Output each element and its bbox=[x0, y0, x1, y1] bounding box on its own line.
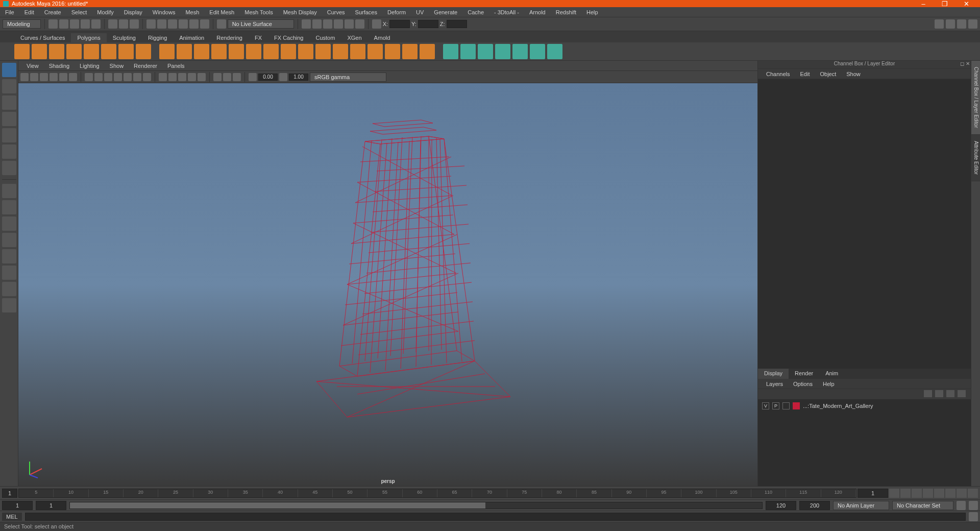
step-fwd-button[interactable] bbox=[945, 489, 955, 498]
menu-modify[interactable]: Modify bbox=[92, 9, 118, 15]
grid-icon[interactable] bbox=[85, 73, 93, 81]
shelf-tab-fxcaching[interactable]: FX Caching bbox=[268, 33, 309, 42]
cmd-language-label[interactable]: MEL bbox=[2, 513, 22, 521]
anim-layer-dropdown[interactable]: No Anim Layer bbox=[833, 501, 889, 510]
poly-multicut-icon[interactable] bbox=[350, 44, 365, 59]
layer-up-icon[interactable] bbox=[924, 390, 932, 397]
prefs-icon[interactable] bbox=[969, 501, 978, 510]
layer-playback-toggle[interactable]: P bbox=[772, 402, 779, 409]
snap-grid-icon[interactable] bbox=[146, 19, 156, 29]
layout-single-icon[interactable] bbox=[2, 184, 16, 198]
layout-two-v-icon[interactable] bbox=[2, 233, 16, 247]
range-start[interactable]: 1 bbox=[2, 501, 33, 510]
goto-end-button[interactable] bbox=[968, 489, 978, 498]
snap-curve-icon[interactable] bbox=[157, 19, 166, 29]
render-icon[interactable] bbox=[312, 19, 322, 29]
lasso-tool[interactable] bbox=[2, 79, 16, 93]
menu-curves[interactable]: Curves bbox=[322, 9, 350, 15]
layout-four-icon[interactable] bbox=[2, 200, 16, 214]
redo-icon[interactable] bbox=[91, 19, 101, 29]
time-current[interactable]: 1 bbox=[857, 489, 888, 498]
paint-tool[interactable] bbox=[2, 95, 16, 110]
coord-x-field[interactable] bbox=[389, 20, 410, 28]
play-fwd-button[interactable] bbox=[934, 489, 944, 498]
poly-torus-icon[interactable] bbox=[101, 44, 116, 59]
exposure-icon[interactable] bbox=[249, 73, 257, 81]
sculpt-7-icon[interactable] bbox=[547, 44, 562, 59]
side-tab-channel[interactable]: Channel Box / Layer Editor bbox=[971, 61, 980, 135]
poly-reduce-icon[interactable] bbox=[211, 44, 227, 59]
play-back-button[interactable] bbox=[923, 489, 933, 498]
live-surface-dropdown[interactable]: No Live Surface bbox=[228, 19, 294, 29]
panel-show[interactable]: Show bbox=[105, 63, 129, 69]
menu-edit-mesh[interactable]: Edit Mesh bbox=[204, 9, 239, 15]
channels-menu[interactable]: Channels bbox=[761, 71, 795, 77]
layer-down-icon[interactable] bbox=[935, 390, 943, 397]
layout-persp-icon[interactable] bbox=[2, 266, 16, 280]
film-gate-icon[interactable] bbox=[94, 73, 103, 81]
save-scene-icon[interactable] bbox=[70, 19, 79, 29]
time-track[interactable]: 5101520253035404550556065707580859095100… bbox=[18, 489, 856, 498]
shelf-tab-animation[interactable]: Animation bbox=[173, 33, 210, 42]
layer-type-toggle[interactable] bbox=[782, 402, 790, 409]
menu-display[interactable]: Display bbox=[119, 9, 148, 15]
goto-start-button[interactable] bbox=[889, 489, 899, 498]
hypershade-icon[interactable] bbox=[345, 19, 354, 29]
menu-mesh-tools[interactable]: Mesh Tools bbox=[239, 9, 278, 15]
toggle-tool-icon[interactable] bbox=[946, 19, 955, 29]
poly-smooth-icon[interactable] bbox=[194, 44, 209, 59]
menu-create[interactable]: Create bbox=[39, 9, 66, 15]
layer-name[interactable]: ...:Tate_Modern_Art_Gallery bbox=[803, 403, 873, 409]
poly-collapse-icon[interactable] bbox=[402, 44, 418, 59]
shelf-tab-fx[interactable]: FX bbox=[249, 33, 268, 42]
menu-deform[interactable]: Deform bbox=[382, 9, 411, 15]
snap-live-icon[interactable] bbox=[189, 19, 199, 29]
step-back-key-button[interactable] bbox=[900, 489, 911, 498]
shaded-icon[interactable] bbox=[168, 73, 177, 81]
render-settings-icon[interactable] bbox=[334, 19, 343, 29]
snap-view-icon[interactable] bbox=[200, 19, 209, 29]
gamma-icon[interactable] bbox=[279, 73, 287, 81]
layout-custom-icon[interactable] bbox=[2, 298, 16, 312]
poly-prism-icon[interactable] bbox=[136, 44, 151, 59]
menu-windows[interactable]: Windows bbox=[148, 9, 181, 15]
range-handle[interactable] bbox=[70, 502, 485, 509]
live-surface-icon[interactable] bbox=[217, 19, 226, 29]
panel-undock-icon[interactable]: ◻ ✕ bbox=[960, 61, 970, 66]
sculpt-3-icon[interactable] bbox=[478, 44, 493, 59]
layer-row[interactable]: V P ...:Tate_Modern_Art_Gallery bbox=[760, 401, 969, 411]
poly-cylinder-icon[interactable] bbox=[49, 44, 64, 59]
menu-arnold[interactable]: Arnold bbox=[524, 9, 551, 15]
panel-shading[interactable]: Shading bbox=[44, 63, 75, 69]
select-tool[interactable] bbox=[2, 63, 16, 77]
panel-renderer[interactable]: Renderer bbox=[129, 63, 162, 69]
poly-delete-edge-icon[interactable] bbox=[420, 44, 435, 59]
layer-color-swatch[interactable] bbox=[793, 402, 800, 409]
new-scene-icon[interactable] bbox=[48, 19, 58, 29]
sculpt-6-icon[interactable] bbox=[530, 44, 545, 59]
wireframe-icon[interactable] bbox=[159, 73, 167, 81]
maximize-button[interactable]: ❐ bbox=[934, 0, 955, 8]
textured-icon[interactable] bbox=[178, 73, 186, 81]
cmd-input[interactable] bbox=[25, 513, 966, 521]
poly-remesh-icon[interactable] bbox=[229, 44, 244, 59]
script-editor-icon[interactable] bbox=[969, 512, 978, 521]
poly-separate-icon[interactable] bbox=[177, 44, 192, 59]
coord-y-field[interactable] bbox=[418, 20, 438, 28]
poly-mirror-icon[interactable] bbox=[263, 44, 279, 59]
sculpt-4-icon[interactable] bbox=[495, 44, 510, 59]
sculpt-2-icon[interactable] bbox=[460, 44, 476, 59]
exposure-value[interactable]: 0.00 bbox=[258, 74, 278, 81]
menu-edit[interactable]: Edit bbox=[19, 9, 39, 15]
camera-select-icon[interactable] bbox=[20, 73, 29, 81]
isolate-icon[interactable] bbox=[213, 73, 222, 81]
time-start-display[interactable]: 1 bbox=[2, 489, 17, 498]
layers-menu[interactable]: Layers bbox=[761, 381, 788, 387]
channel-edit-menu[interactable]: Edit bbox=[795, 71, 815, 77]
poly-combine-icon[interactable] bbox=[159, 44, 175, 59]
poly-retopo-icon[interactable] bbox=[246, 44, 261, 59]
ipr-icon[interactable] bbox=[323, 19, 332, 29]
poly-pyramid-icon[interactable] bbox=[118, 44, 134, 59]
menu-uv[interactable]: UV bbox=[411, 9, 429, 15]
grease-pencil-icon[interactable] bbox=[69, 73, 77, 81]
